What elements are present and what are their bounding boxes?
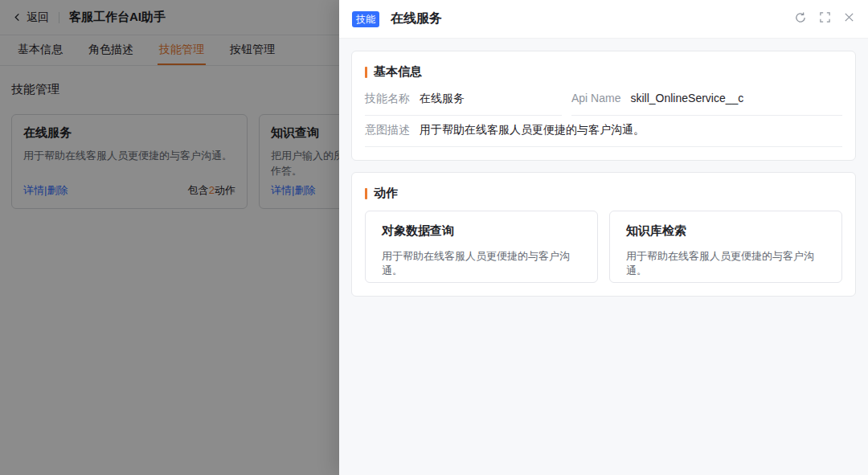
drawer-header: 技能 在线服务 bbox=[339, 0, 868, 39]
section-header: 动作 bbox=[365, 186, 842, 201]
basic-info-section: 基本信息 技能名称 在线服务 Api Name skill_OnlineServ… bbox=[351, 51, 856, 161]
section-accent-bar bbox=[365, 67, 367, 78]
section-accent-bar bbox=[365, 188, 367, 199]
field-api-name: Api Name skill_OnlineService__c bbox=[571, 84, 842, 116]
fullscreen-icon bbox=[819, 11, 831, 27]
section-title: 基本信息 bbox=[374, 64, 422, 80]
field-value: 在线服务 bbox=[420, 92, 465, 106]
drawer-toolbar bbox=[794, 13, 855, 26]
skill-type-badge: 技能 bbox=[352, 11, 379, 27]
action-card-object-data-query[interactable]: 对象数据查询 用于帮助在线客服人员更便捷的与客户沟通。 bbox=[365, 211, 598, 283]
close-button[interactable] bbox=[842, 13, 855, 26]
field-row: 意图描述 用于帮助在线客服人员更便捷的与客户沟通。 bbox=[365, 116, 842, 147]
field-row: 技能名称 在线服务 Api Name skill_OnlineService__… bbox=[365, 84, 842, 116]
action-card-description: 用于帮助在线客服人员更便捷的与客户沟通。 bbox=[626, 249, 825, 278]
section-header: 基本信息 bbox=[365, 64, 842, 80]
section-title: 动作 bbox=[374, 186, 398, 201]
action-card-list: 对象数据查询 用于帮助在线客服人员更便捷的与客户沟通。 知识库检索 用于帮助在线… bbox=[365, 211, 842, 283]
actions-section: 动作 对象数据查询 用于帮助在线客服人员更便捷的与客户沟通。 知识库检索 用于帮… bbox=[351, 172, 856, 297]
close-icon bbox=[843, 11, 855, 27]
skill-detail-drawer: 技能 在线服务 基本信息 bbox=[339, 0, 868, 475]
action-card-title: 知识库检索 bbox=[626, 223, 825, 239]
action-card-knowledge-base-search[interactable]: 知识库检索 用于帮助在线客服人员更便捷的与客户沟通。 bbox=[609, 211, 842, 283]
field-value: 用于帮助在线客服人员更便捷的与客户沟通。 bbox=[420, 123, 645, 137]
action-card-description: 用于帮助在线客服人员更便捷的与客户沟通。 bbox=[382, 249, 581, 278]
field-skill-name: 技能名称 在线服务 bbox=[365, 84, 562, 116]
refresh-icon bbox=[794, 11, 807, 27]
drawer-title: 在线服务 bbox=[391, 10, 442, 27]
field-label: 意图描述 bbox=[365, 123, 410, 137]
field-label: Api Name bbox=[571, 92, 620, 104]
action-card-title: 对象数据查询 bbox=[382, 223, 581, 239]
fullscreen-button[interactable] bbox=[818, 13, 831, 26]
drawer-body: 基本信息 技能名称 在线服务 Api Name skill_OnlineServ… bbox=[339, 39, 868, 475]
field-intent-description: 意图描述 用于帮助在线客服人员更便捷的与客户沟通。 bbox=[365, 116, 842, 147]
refresh-button[interactable] bbox=[794, 13, 807, 26]
field-value: skill_OnlineService__c bbox=[630, 92, 743, 104]
field-label: 技能名称 bbox=[365, 92, 410, 106]
